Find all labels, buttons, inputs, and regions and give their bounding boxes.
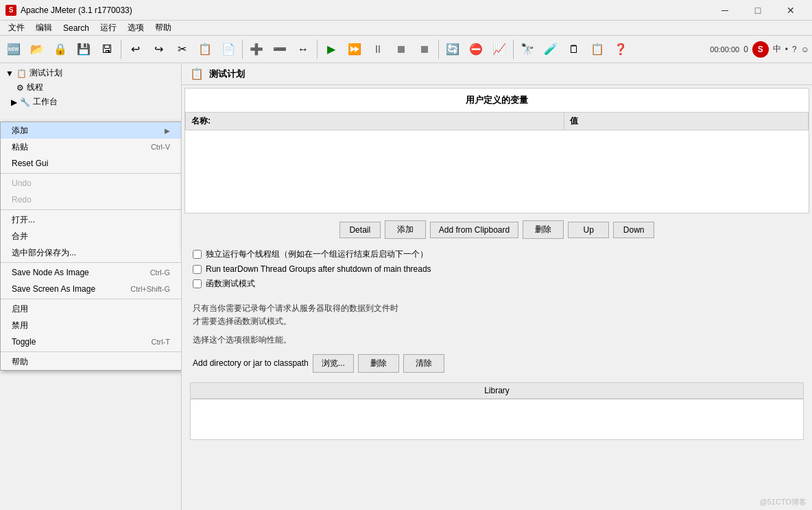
tb-expand-all-button[interactable]: ↔	[292, 38, 314, 60]
tb-expand-button[interactable]: ➕	[246, 38, 267, 60]
ctx-save-selected-label: 选中部分保存为...	[12, 247, 76, 259]
tb-remote-clear-button[interactable]: 📈	[488, 38, 510, 60]
ctx-redo-label: Redo	[12, 195, 32, 205]
panel-body: 用户定义的变量 名称: 值 Detail 添加	[182, 85, 812, 510]
tb-sep-3	[317, 40, 318, 59]
tb-help-button[interactable]: ❓	[610, 38, 632, 60]
tb-save-button[interactable]: 💾	[73, 38, 95, 60]
up-button[interactable]: Up	[568, 222, 609, 238]
ctx-save-node-shortcut: Ctrl-G	[150, 268, 170, 277]
ctx-add[interactable]: 添加	[1, 122, 181, 139]
tb-collapse-button[interactable]: ➖	[269, 38, 291, 60]
classpath-row: Add directory or jar to classpath 浏览... …	[184, 350, 809, 377]
ctx-help-label: 帮助	[12, 356, 28, 368]
ctx-sep-1	[1, 173, 181, 174]
minimize-button[interactable]: ─	[709, 0, 741, 21]
detail-button[interactable]: Detail	[339, 222, 381, 238]
ctx-disable[interactable]: 禁用	[1, 317, 181, 334]
ctx-toggle-label: Toggle	[12, 337, 36, 347]
tb-cut-button[interactable]: ✂	[171, 38, 193, 60]
ctx-sep-4	[1, 299, 181, 299]
checkbox-independent[interactable]	[193, 250, 202, 259]
ctx-save-screen-image[interactable]: Save Screen As Image Ctrl+Shift-G	[1, 281, 181, 297]
table-empty-area	[185, 130, 809, 213]
down-button[interactable]: Down	[613, 222, 654, 238]
tree-node-threads[interactable]: ⚙ 线程	[0, 80, 181, 95]
tb-undo-button[interactable]: ↩	[124, 38, 146, 60]
menu-options[interactable]: 选项	[122, 21, 150, 36]
tb-paste-button[interactable]: 📄	[217, 38, 239, 60]
right-panel: 📋 测试计划 用户定义的变量 名称: 值	[182, 63, 812, 510]
menu-search[interactable]: Search	[58, 21, 95, 36]
menu-file[interactable]: 文件	[3, 21, 30, 36]
ctx-save-screen-shortcut: Ctrl+Shift-G	[130, 285, 170, 293]
tb-save2-button[interactable]: 🖫	[96, 38, 118, 60]
ctx-merge[interactable]: 合并	[1, 228, 181, 244]
ctx-add-arrow	[165, 126, 170, 135]
classpath-delete-button[interactable]: 删除	[358, 354, 399, 373]
tree-panel: ▼ 📋 测试计划 ⚙ 线程 ▶ 🔧 工作台	[0, 63, 181, 112]
ctx-open[interactable]: 打开...	[1, 211, 181, 228]
ctx-redo: Redo	[1, 192, 181, 208]
close-button[interactable]: ✕	[775, 0, 807, 21]
window-controls: ─ □ ✕	[709, 0, 807, 21]
tb-list-button[interactable]: 📋	[586, 38, 608, 60]
checkbox-row-independent: 独立运行每个线程组（例如在一个组运行结束后启动下一个）	[193, 248, 801, 260]
tb-clear-button[interactable]: 🧪	[540, 38, 562, 60]
ctx-sep-5	[1, 351, 181, 352]
ctx-undo: Undo	[1, 175, 181, 192]
menu-run[interactable]: 运行	[95, 21, 122, 36]
add-from-clipboard-button[interactable]: Add from Clipboard	[430, 222, 518, 238]
ctx-save-selected[interactable]: 选中部分保存为...	[1, 244, 181, 261]
menu-edit[interactable]: 编辑	[30, 21, 58, 36]
ctx-help[interactable]: 帮助	[1, 353, 181, 370]
ctx-disable-label: 禁用	[12, 320, 28, 332]
tb-copy-button[interactable]: 📋	[194, 38, 216, 60]
tb-dot: •	[785, 45, 788, 54]
tb-run-button[interactable]: ▶	[320, 38, 342, 60]
tb-stop2-button[interactable]: ⏹	[390, 38, 412, 60]
tree-threads-label: 线程	[27, 82, 43, 93]
tb-lock-button[interactable]: 🔒	[49, 38, 71, 60]
tree-node-test-plan[interactable]: ▼ 📋 测试计划	[0, 66, 181, 80]
tb-run-all-button[interactable]: ⏩	[344, 38, 366, 60]
classpath-label: Add directory or jar to classpath	[193, 358, 309, 368]
tb-stop-button[interactable]: ⏸	[367, 38, 389, 60]
panel-header: 📋 测试计划	[182, 63, 812, 85]
tb-redo-button[interactable]: ↪	[147, 38, 169, 60]
delete-button[interactable]: 删除	[523, 220, 564, 239]
panel-icon: 📋	[190, 67, 204, 80]
tree-node-workbench[interactable]: ▶ 🔧 工作台	[0, 95, 181, 109]
browse-button[interactable]: 浏览...	[313, 354, 354, 373]
ctx-enable[interactable]: 启用	[1, 301, 181, 317]
tb-new-button[interactable]: 🆕	[3, 38, 25, 60]
ctx-reset-gui[interactable]: Reset Gui	[1, 155, 181, 172]
tb-search-button[interactable]: 🔭	[516, 38, 538, 60]
tb-function-button[interactable]: 🗒	[563, 38, 585, 60]
checkbox-record[interactable]	[193, 279, 202, 288]
app-icon: S	[5, 5, 16, 16]
info-text: 只有当你需要记录每个请求从服务器取得的数据到文件时 才需要选择函数测试模式。 选…	[184, 299, 809, 350]
tree-node-icon: 📋	[16, 69, 27, 78]
ctx-paste-label: 粘贴	[12, 141, 28, 153]
ctx-toggle[interactable]: Toggle Ctrl-T	[1, 334, 181, 350]
tb-sep-1	[121, 40, 121, 59]
library-content	[190, 399, 804, 440]
add-button[interactable]: 添加	[385, 220, 426, 239]
classpath-clear-button[interactable]: 清除	[403, 354, 444, 373]
tb-sep-2	[242, 40, 243, 59]
tb-remote-stop-button[interactable]: ⛔	[465, 38, 487, 60]
tb-stop3-button[interactable]: ⏹	[414, 38, 435, 60]
maximize-button[interactable]: □	[742, 0, 774, 21]
checkbox-teardown[interactable]	[193, 265, 202, 274]
title-bar-text: Apache JMeter (3.1 r1770033)	[21, 5, 709, 15]
menu-help[interactable]: 帮助	[150, 21, 177, 36]
watermark: @51CTO博客	[760, 497, 807, 507]
tb-remote-run-button[interactable]: 🔄	[442, 38, 464, 60]
ctx-paste[interactable]: 粘贴 Ctrl-V	[1, 139, 181, 155]
info-line-4: 选择这个选项很影响性能。	[193, 334, 801, 347]
tb-smiley: ☺	[801, 45, 809, 54]
tb-open-button[interactable]: 📂	[26, 38, 48, 60]
ctx-save-node-image[interactable]: Save Node As Image Ctrl-G	[1, 264, 181, 281]
ctx-undo-label: Undo	[12, 178, 32, 188]
